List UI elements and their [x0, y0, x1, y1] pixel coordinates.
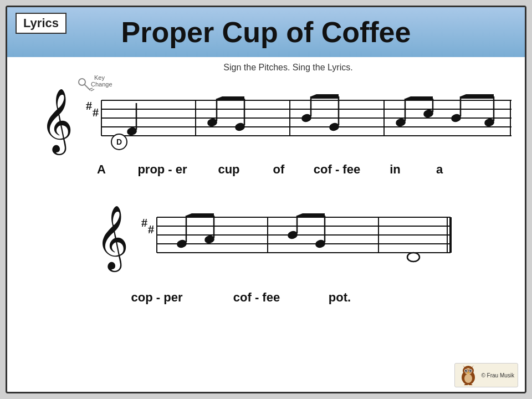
- svg-point-71: [465, 370, 467, 372]
- lyric-word: cof - fee: [207, 290, 306, 305]
- lyric-word: a: [417, 162, 462, 177]
- lyric-word: prop - er: [124, 162, 201, 177]
- slide: Lyrics Proper Cup of Coffee Sign the Pit…: [6, 6, 526, 393]
- svg-text:#: #: [141, 216, 147, 229]
- owl-icon: [458, 365, 478, 385]
- instruction-text: Sign the Pitches. Sing the Lyrics.: [63, 63, 514, 73]
- svg-point-74: [469, 370, 472, 372]
- frau-musik-logo: © Frau Musik: [454, 363, 518, 387]
- svg-marker-37: [405, 96, 433, 101]
- svg-text:#: #: [86, 99, 92, 112]
- svg-text:Change: Change: [91, 81, 112, 88]
- svg-text:𝄞: 𝄞: [96, 206, 129, 273]
- lyrics-badge: Lyrics: [16, 13, 66, 34]
- main-content: Sign the Pitches. Sing the Lyrics. 𝄞: [7, 57, 525, 318]
- music-section-2: 𝄞 # #: [18, 187, 514, 309]
- svg-marker-60: [186, 213, 214, 218]
- svg-text:𝄞: 𝄞: [40, 89, 73, 156]
- svg-text:#: #: [93, 105, 99, 119]
- page-title: Proper Cup of Coffee: [121, 16, 411, 49]
- lyric-word: pot.: [306, 290, 373, 305]
- lyrics-row-1: A prop - er cup of cof - fee in a: [18, 158, 514, 181]
- lyric-word: cof - fee: [301, 162, 373, 177]
- svg-text:Key: Key: [94, 75, 105, 81]
- lyric-word: cup: [201, 162, 257, 177]
- svg-point-79: [464, 374, 472, 383]
- lyric-word: in: [373, 162, 417, 177]
- svg-marker-27: [217, 96, 244, 101]
- header: Lyrics Proper Cup of Coffee: [7, 7, 525, 57]
- lyric-word: of: [257, 162, 301, 177]
- svg-point-72: [466, 370, 467, 371]
- svg-point-66: [407, 253, 420, 262]
- svg-marker-32: [311, 94, 339, 99]
- staff-svg-2: 𝄞 # #: [90, 187, 467, 284]
- lyric-word: A: [79, 162, 124, 177]
- lyrics-row-2: cop - per cof - fee pot.: [18, 286, 514, 309]
- lyric-word: cop - per: [107, 290, 207, 305]
- staff-svg-1: 𝄞 # # D Key Change: [35, 75, 517, 156]
- svg-text:#: #: [148, 222, 154, 236]
- svg-line-18: [91, 89, 94, 91]
- music-section-1: 𝄞 # # D Key Change: [18, 75, 514, 181]
- svg-line-17: [89, 88, 93, 89]
- svg-marker-42: [461, 94, 494, 99]
- copyright-text: © Frau Musik: [481, 372, 514, 378]
- svg-marker-65: [297, 213, 325, 218]
- svg-text:D: D: [116, 137, 122, 146]
- svg-point-75: [470, 370, 471, 371]
